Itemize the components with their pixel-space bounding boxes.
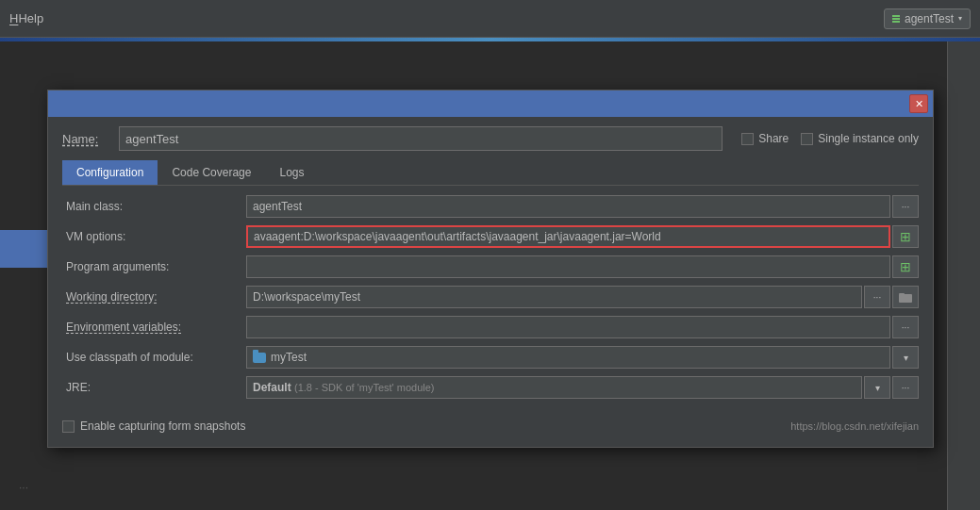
tab-content: Main class: ··· VM options: ⊞ Program ar…	[62, 186, 919, 412]
top-bar: HHelp agentTest ▾	[0, 0, 980, 38]
bottom-row: Enable capturing form snapshots https://…	[62, 420, 919, 433]
browse-icon-2: ···	[873, 292, 881, 303]
sidebar-blue-accent	[0, 230, 47, 268]
program-arguments-input[interactable]	[246, 255, 890, 278]
watermark-text: https://blog.csdn.net/xifejian	[790, 420, 919, 432]
jre-row: JRE: Default (1.8 - SDK of 'myTest' modu…	[62, 374, 919, 401]
tab-logs[interactable]: Logs	[265, 160, 318, 185]
name-row: Name: Share Single instance only	[62, 126, 919, 151]
main-class-input[interactable]	[246, 195, 890, 218]
dialog-title-bar: ✕	[48, 90, 933, 117]
jre-browse-icon: ···	[902, 383, 909, 393]
environment-variables-label: Environment variables:	[62, 321, 246, 334]
browse-icon: ···	[902, 202, 909, 212]
working-directory-row: Working directory: ···	[62, 284, 919, 310]
vm-options-expand-button[interactable]: ⊞	[892, 225, 919, 248]
classpath-module-row: Use classpath of module: myTest ▾	[62, 344, 919, 370]
classpath-module-label: Use classpath of module:	[62, 351, 246, 364]
main-class-row: Main class: ···	[62, 193, 919, 220]
name-input[interactable]	[119, 126, 723, 151]
working-directory-input[interactable]	[246, 286, 862, 308]
folder-icon	[899, 291, 912, 303]
program-arguments-row: Program arguments: ⊞	[62, 254, 919, 280]
jre-label: JRE:	[62, 381, 246, 394]
snapshot-checkbox-row: Enable capturing form snapshots	[62, 420, 245, 433]
help-menu[interactable]: HHelp	[0, 11, 43, 25]
tabs-bar: Configuration Code Coverage Logs	[62, 160, 919, 186]
vm-options-input[interactable]	[246, 225, 890, 248]
main-class-label: Main class:	[62, 200, 246, 213]
environment-variables-row: Environment variables: ···	[62, 314, 919, 340]
config-name: agentTest	[905, 12, 954, 25]
tab-configuration[interactable]: Configuration	[62, 160, 158, 185]
classpath-module-dropdown-button[interactable]: ▾	[892, 346, 919, 369]
dialog-content: Name: Share Single instance only Configu…	[48, 117, 933, 447]
name-label: Name:	[62, 132, 109, 146]
accent-bar	[0, 38, 980, 41]
environment-variables-browse-button[interactable]: ···	[892, 316, 919, 338]
classpath-module-select[interactable]: myTest	[246, 346, 890, 369]
single-instance-label: Single instance only	[818, 132, 919, 145]
working-directory-folder-button[interactable]	[892, 286, 919, 308]
expand-icon: ⊞	[900, 229, 911, 244]
close-button[interactable]: ✕	[909, 94, 928, 113]
snapshot-checkbox[interactable]	[62, 420, 75, 433]
environment-variables-input[interactable]	[246, 316, 890, 338]
expand-icon-2: ⊞	[900, 259, 911, 274]
tab-code-coverage[interactable]: Code Coverage	[158, 160, 265, 185]
jre-default-text: Default	[253, 381, 291, 394]
browse-icon-3: ···	[902, 322, 909, 333]
snapshot-label: Enable capturing form snapshots	[80, 420, 245, 433]
vm-options-row: VM options: ⊞	[62, 223, 919, 250]
single-instance-checkbox[interactable]	[801, 133, 813, 145]
share-label: Share	[758, 132, 789, 145]
run-icon-bars	[892, 15, 900, 23]
program-arguments-label: Program arguments:	[62, 260, 246, 273]
jre-select[interactable]: Default (1.8 - SDK of 'myTest' module)	[246, 376, 862, 399]
sidebar	[0, 41, 47, 510]
dropdown-icon: ▾	[904, 353, 908, 363]
svg-rect-1	[899, 293, 905, 295]
module-name: myTest	[271, 351, 307, 364]
working-directory-label: Working directory:	[62, 290, 246, 304]
main-class-browse-button[interactable]: ···	[892, 195, 919, 218]
program-arguments-expand-button[interactable]: ⊞	[892, 255, 919, 278]
jre-detail-text: (1.8 - SDK of 'myTest' module)	[294, 382, 434, 393]
jre-browse-button[interactable]: ···	[892, 376, 919, 399]
share-group: Share Single instance only	[741, 132, 919, 145]
jre-dropdown-button[interactable]: ▾	[864, 376, 890, 399]
right-panel	[947, 41, 980, 510]
working-directory-browse-button[interactable]: ···	[864, 286, 890, 308]
dropdown-arrow-icon: ▾	[958, 14, 962, 23]
module-select-inner: myTest	[253, 351, 307, 364]
share-checkbox[interactable]	[741, 133, 754, 145]
vm-options-label: VM options:	[62, 230, 246, 243]
sidebar-dots: ···	[19, 481, 28, 494]
run-config-button[interactable]: agentTest ▾	[884, 8, 971, 29]
run-configuration-dialog: ✕ Name: Share Single instance only Confi…	[47, 90, 934, 448]
run-icon	[892, 15, 900, 23]
jre-dropdown-icon: ▾	[875, 383, 880, 393]
module-folder-icon	[253, 353, 266, 363]
